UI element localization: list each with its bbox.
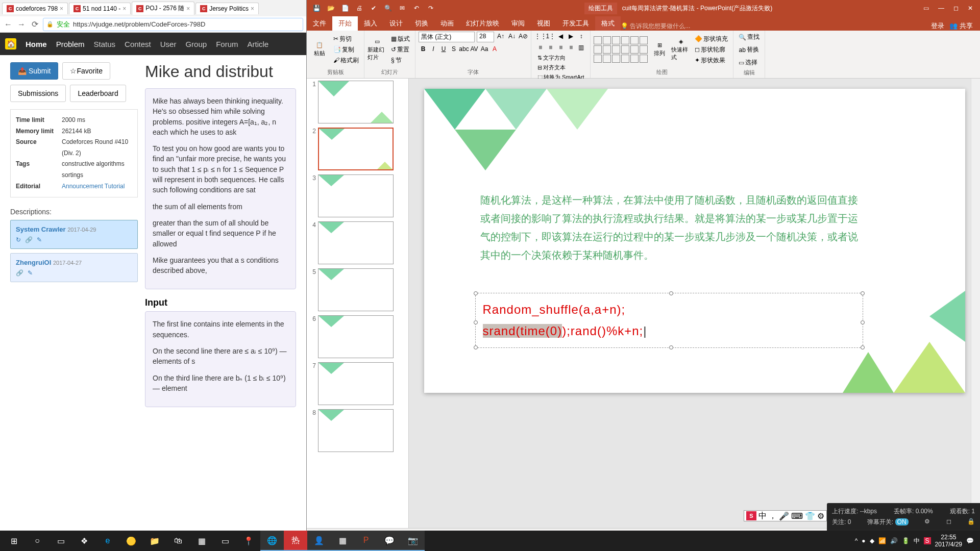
taskbar-app[interactable]: ▦ bbox=[331, 531, 354, 551]
close-icon[interactable]: ✕ bbox=[968, 5, 973, 12]
edit-icon[interactable]: ✎ bbox=[28, 269, 33, 277]
open-icon[interactable]: 📂 bbox=[326, 4, 335, 13]
minimize-icon[interactable]: — bbox=[938, 5, 944, 12]
tab-insert[interactable]: 插入 bbox=[358, 16, 383, 31]
back-button[interactable]: ← bbox=[3, 19, 13, 30]
nav-status[interactable]: Status bbox=[94, 40, 116, 48]
format-painter-button[interactable]: 🖌 格式刷 bbox=[331, 55, 361, 66]
selection-handle[interactable] bbox=[669, 345, 673, 349]
shape-outline-button[interactable]: ◻ 形状轮廓 bbox=[693, 44, 730, 55]
tell-me-input[interactable]: 💡 告诉我您想要做什么... bbox=[621, 22, 690, 31]
nav-home[interactable]: Home bbox=[26, 40, 47, 48]
shadow-icon[interactable]: abc bbox=[459, 44, 469, 54]
favorite-button[interactable]: ☆Favorite bbox=[62, 62, 110, 80]
address-bar[interactable]: 🔒 安全 https://vjudge.net/problem/CodeForc… bbox=[43, 18, 303, 31]
redo-icon[interactable]: ↷ bbox=[426, 4, 435, 13]
ime-keyboard-icon[interactable]: ⌨ bbox=[791, 511, 803, 521]
network-icon[interactable]: 📶 bbox=[878, 537, 886, 544]
battery-icon[interactable]: 🔋 bbox=[902, 537, 910, 544]
section-button[interactable]: § 节 bbox=[389, 55, 412, 66]
justify-icon[interactable]: ≡ bbox=[567, 43, 576, 52]
layout-button[interactable]: ▦ 版式 bbox=[389, 34, 412, 44]
chrome-icon[interactable]: 🌐 bbox=[260, 531, 284, 551]
increase-indent-icon[interactable]: ▶ bbox=[567, 32, 576, 41]
spelling-icon[interactable]: ✔ bbox=[369, 4, 378, 13]
decrease-indent-icon[interactable]: ◀ bbox=[556, 32, 566, 41]
selection-handle[interactable] bbox=[861, 345, 865, 349]
reset-button[interactable]: ↺ 重置 bbox=[389, 44, 412, 55]
tab-poj[interactable]: CPOJ - 2576 随× bbox=[132, 2, 194, 15]
thumbnail-4[interactable]: 4 bbox=[309, 221, 406, 264]
align-text-button[interactable]: ⊟ 对齐文本 bbox=[535, 63, 586, 72]
reload-button[interactable]: ⟳ bbox=[30, 19, 40, 30]
tab-transitions[interactable]: 切换 bbox=[409, 16, 434, 31]
ime-icon[interactable]: 中 bbox=[914, 537, 920, 545]
nav-problem[interactable]: Problem bbox=[56, 40, 85, 48]
tab-home[interactable]: 开始 bbox=[332, 16, 358, 31]
tab-slideshow[interactable]: 幻灯片放映 bbox=[460, 16, 505, 31]
forward-button[interactable]: → bbox=[16, 19, 27, 30]
nav-forum[interactable]: Forum bbox=[216, 40, 238, 48]
login-button[interactable]: 登录 bbox=[931, 21, 944, 31]
nav-contest[interactable]: Contest bbox=[125, 40, 151, 48]
tab-format[interactable]: 格式 bbox=[595, 16, 621, 31]
start-button[interactable]: ⊞ bbox=[2, 531, 26, 551]
italic-icon[interactable]: I bbox=[429, 44, 438, 54]
taskbar-app[interactable]: ❖ bbox=[72, 531, 96, 551]
thumbnail-5[interactable]: 5 bbox=[309, 268, 406, 311]
tray-icon[interactable]: ● bbox=[862, 537, 865, 544]
close-icon[interactable]: × bbox=[60, 5, 63, 12]
powerpoint-icon[interactable]: P bbox=[354, 531, 378, 551]
clock[interactable]: 22:55 2017/4/29 bbox=[935, 534, 962, 548]
replace-button[interactable]: ab 替换 bbox=[737, 44, 761, 55]
link-icon[interactable]: 🔗 bbox=[25, 236, 33, 243]
email-icon[interactable]: ✉ bbox=[398, 4, 407, 13]
taskbar-app[interactable]: ▦ bbox=[190, 531, 213, 551]
ribbon-options-icon[interactable]: ▭ bbox=[923, 5, 929, 12]
nav-user[interactable]: User bbox=[160, 40, 177, 48]
new-slide-button[interactable]: ▭新建幻灯片 bbox=[368, 36, 387, 63]
tab-view[interactable]: 视图 bbox=[531, 16, 556, 31]
bullets-icon[interactable]: ⋮⋮ bbox=[536, 32, 545, 41]
font-name-combo[interactable]: 黑体 (正文) bbox=[419, 32, 475, 42]
clear-format-icon[interactable]: A⊘ bbox=[519, 32, 528, 41]
close-icon[interactable]: × bbox=[122, 5, 126, 12]
description-card[interactable]: ZhengruiOI 2017-04-27 🔗✎ bbox=[10, 253, 138, 282]
lock-icon[interactable]: 🔒 bbox=[967, 518, 975, 527]
decrease-font-icon[interactable]: A↓ bbox=[507, 32, 517, 41]
vertical-scrollbar[interactable] bbox=[971, 79, 980, 528]
maximize-icon[interactable]: ◻ bbox=[953, 5, 959, 12]
ime-punct-icon[interactable]: ， bbox=[769, 511, 777, 521]
slide[interactable]: 随机化算法，是这样一种算法，在算法中使用了随机函数，且随机函数的返回值直接或者间… bbox=[424, 89, 965, 393]
link-icon[interactable]: 🔗 bbox=[16, 269, 23, 277]
shape-gallery[interactable] bbox=[594, 36, 648, 63]
ime-skin-icon[interactable]: 👕 bbox=[805, 511, 815, 521]
tray-icon[interactable]: S bbox=[924, 537, 931, 544]
taskbar-app[interactable]: 👤 bbox=[307, 531, 331, 551]
volume-icon[interactable]: 🔊 bbox=[890, 537, 898, 544]
drawing-tools-tab[interactable]: 绘图工具 bbox=[584, 3, 617, 14]
taskbar-app[interactable]: ▭ bbox=[213, 531, 237, 551]
font-color-icon[interactable]: A bbox=[490, 44, 499, 54]
slide-paragraph[interactable]: 随机化算法，是这样一种算法，在算法中使用了随机函数，且随机函数的返回值直接或者间… bbox=[480, 191, 858, 264]
taskbar-app[interactable]: 📍 bbox=[237, 531, 260, 551]
ime-settings-icon[interactable]: ⚙ bbox=[817, 511, 824, 521]
leaderboard-button[interactable]: Leaderboard bbox=[70, 85, 126, 102]
undo-icon[interactable]: ↶ bbox=[412, 4, 421, 13]
save-icon[interactable]: 💾 bbox=[312, 4, 321, 13]
taskview-icon[interactable]: ▭ bbox=[49, 531, 72, 551]
store-icon[interactable]: 🛍 bbox=[166, 531, 190, 551]
close-icon[interactable]: × bbox=[186, 5, 190, 12]
notifications-icon[interactable]: 💬 bbox=[966, 537, 974, 544]
thumbnail-6[interactable]: 6 bbox=[309, 315, 406, 358]
ime-lang-icon[interactable]: 中 bbox=[758, 511, 767, 521]
underline-icon[interactable]: U bbox=[439, 44, 448, 54]
align-center-icon[interactable]: ≡ bbox=[546, 43, 555, 52]
selection-handle[interactable] bbox=[669, 291, 673, 295]
quickprint-icon[interactable]: 🖨 bbox=[355, 4, 364, 13]
tray-chevron-icon[interactable]: ^ bbox=[855, 537, 858, 544]
align-left-icon[interactable]: ≡ bbox=[536, 43, 545, 52]
font-size-combo[interactable]: 28 bbox=[477, 32, 494, 42]
text-direction-button[interactable]: ⇅ 文字方向 bbox=[535, 53, 586, 63]
taskbar-app[interactable]: 💬 bbox=[378, 531, 401, 551]
